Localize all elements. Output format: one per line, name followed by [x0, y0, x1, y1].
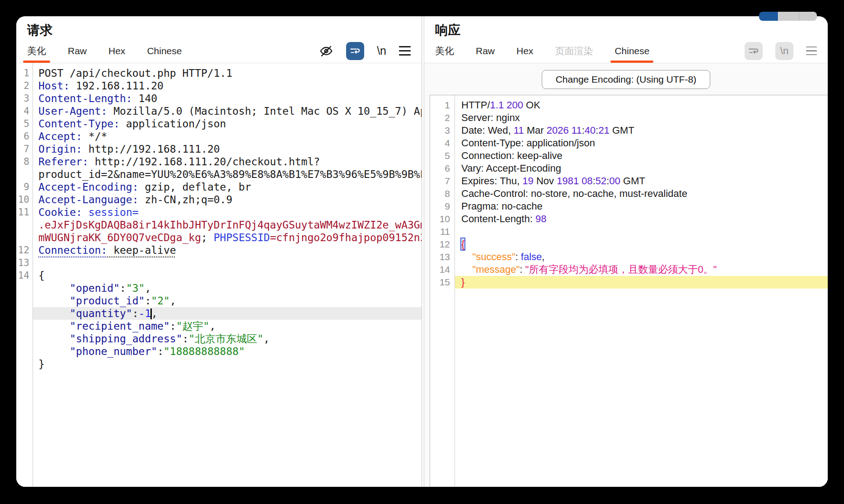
request-tab-raw[interactable]: Raw [68, 39, 87, 63]
code-token: 140 [132, 93, 157, 104]
code-token: 00 [609, 175, 620, 187]
response-tab-chinese[interactable]: Chinese [614, 39, 649, 63]
code-token: Cookie: [38, 206, 82, 218]
code-token: 21 [598, 125, 609, 136]
tab-label: Chinese [614, 46, 649, 56]
code-line: 15} [430, 276, 828, 289]
code-token: Accept: [38, 131, 82, 142]
segment-inactive[interactable] [799, 12, 817, 21]
line-number: 4 [430, 137, 455, 149]
line-number [16, 282, 33, 294]
code-token: : [157, 345, 164, 357]
word-wrap-icon [748, 45, 760, 57]
line-number [16, 307, 33, 320]
code-token: Vary: Accept-Encoding [461, 163, 561, 174]
code-line: 12{ [430, 238, 828, 251]
code-text: "phone_number":"18888888888" [33, 345, 422, 358]
code-token: Origin: [38, 143, 82, 155]
code-token: 192.168.111.20 [70, 80, 164, 92]
code-token: , [145, 282, 151, 294]
code-line: 8Referer: http://192.168.111.20/checkout… [16, 155, 422, 181]
window-segment-control[interactable] [759, 12, 817, 21]
tab-label: Raw [68, 46, 87, 56]
request-tab-hex[interactable]: Hex [108, 39, 125, 63]
code-token: : [145, 295, 151, 307]
show-newlines-button[interactable]: \n [377, 44, 386, 57]
response-code-viewer[interactable]: 1HTTP/1.1 200 OK2Server: nginx3Date: Wed… [430, 95, 828, 487]
line-number: 3 [16, 92, 33, 105]
code-token: "北京市东城区" [188, 333, 263, 345]
code-token: Date: Wed, [461, 125, 514, 136]
code-token [461, 251, 472, 262]
line-number: 9 [430, 200, 455, 213]
code-token: "quantity" [70, 308, 132, 319]
code-token [38, 333, 70, 345]
code-token: -1 [139, 308, 151, 319]
code-line: 10Content-Length: 98 [430, 213, 828, 225]
code-token: false [521, 251, 542, 262]
code-text: Connection: keep-alive [33, 244, 422, 257]
code-token: Accept-Language: [38, 194, 139, 205]
code-token: ; [201, 232, 207, 243]
request-toolbar: \n [319, 42, 411, 60]
code-token [38, 282, 70, 294]
code-token: http://192.168.111.20 [82, 143, 220, 155]
response-tab-render[interactable]: 页面渲染 [555, 39, 593, 63]
segment-inactive[interactable] [778, 12, 799, 21]
code-token: Cache-Control: no-store, no-cache, must-… [461, 188, 687, 199]
segment-active[interactable] [759, 12, 778, 21]
change-encoding-button[interactable]: Change Encoding: (Using UTF-8) [542, 70, 711, 89]
line-number: 13 [430, 251, 455, 263]
code-line: 11Cookie: session=​.eJxFjDsKgDAQBa8ir14k… [16, 206, 422, 244]
word-wrap-icon [349, 45, 361, 57]
code-token: , [151, 308, 158, 319]
code-text: HTTP/1.1 200 OK [455, 99, 828, 112]
code-token: */* [82, 131, 107, 142]
word-wrap-toggle-button[interactable] [346, 42, 364, 60]
line-number: 8 [430, 187, 455, 200]
request-menu-button[interactable] [399, 46, 411, 56]
request-tab-chinese[interactable]: Chinese [147, 39, 182, 63]
newline-icon: \n [780, 45, 788, 57]
code-text: Host: 192.168.111.20 [33, 79, 422, 92]
code-token: } [461, 276, 464, 288]
code-token: keep-alive [107, 244, 176, 256]
hide-preview-button[interactable] [319, 44, 333, 58]
request-code-editor[interactable]: 1POST /api/checkout.php HTTP/1.12Host: 1… [16, 63, 422, 487]
code-token: Content-Type: application/json [461, 137, 595, 149]
line-number [16, 320, 33, 332]
line-number: 2 [430, 112, 455, 124]
code-text: POST /api/checkout.php HTTP/1.1 [33, 67, 422, 79]
request-tab-beautify[interactable]: 美化 [27, 39, 46, 63]
response-tab-hex[interactable]: Hex [516, 39, 533, 63]
response-word-wrap-button[interactable] [745, 42, 763, 60]
line-number: 14 [16, 269, 33, 282]
code-token: 98 [535, 213, 546, 224]
line-number: 2 [16, 79, 33, 92]
code-token: Connection: [38, 244, 107, 256]
code-token: 11 [514, 125, 524, 136]
line-number: 6 [430, 162, 455, 175]
code-text: Accept-Language: zh-CN,zh;q=0.9 [33, 193, 422, 206]
line-number: 11 [16, 206, 33, 244]
code-text: Expires: Thu, 19 Nov 1981 08:52:00 GMT [455, 175, 828, 187]
response-tab-beautify[interactable]: 美化 [435, 39, 454, 63]
code-token: Referer: [38, 156, 89, 168]
response-menu-button[interactable] [806, 47, 817, 56]
line-number: 5 [430, 149, 455, 162]
code-token [38, 345, 70, 357]
line-number [16, 345, 33, 358]
code-token: POST /api/checkout.php HTTP/1.1 [38, 67, 232, 79]
code-token [38, 320, 70, 332]
tab-label: 页面渲染 [555, 45, 593, 57]
response-tab-raw[interactable]: Raw [476, 39, 495, 63]
tab-label: 美化 [27, 45, 46, 57]
code-line: 14{ [16, 269, 422, 282]
code-line: 8Cache-Control: no-store, no-cache, must… [430, 187, 828, 200]
code-token: 40 [585, 125, 595, 136]
response-body-area: Change Encoding: (Using UTF-8) 1HTTP/1.1… [424, 63, 828, 487]
code-token: "message" [472, 264, 520, 275]
code-line: 1HTTP/1.1 200 OK [430, 99, 828, 112]
response-show-newlines-button[interactable]: \n [775, 42, 793, 60]
code-text: Vary: Accept-Encoding [455, 162, 828, 175]
